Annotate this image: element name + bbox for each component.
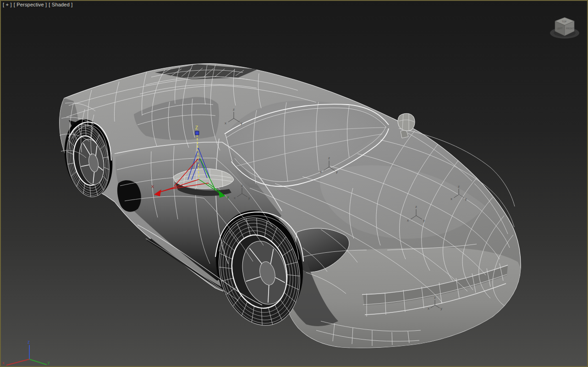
view-cube-right-label: FRONT: [566, 27, 574, 30]
svg-text:z: z: [415, 205, 417, 209]
world-axis-z-label: z: [27, 339, 30, 345]
view-cube-left-label: LEFT: [557, 27, 562, 30]
svg-text:x: x: [225, 121, 226, 125]
svg-text:x: x: [234, 196, 236, 200]
world-axis-y-label: y: [48, 360, 50, 365]
svg-text:x: x: [407, 218, 409, 222]
svg-text:z: z: [241, 184, 243, 188]
viewport-shading-menu[interactable]: [ Shaded ]: [49, 2, 72, 7]
svg-text:y: y: [336, 170, 338, 174]
viewport[interactable]: [ + ] [ Perspective ] [ Shaded ]: [0, 0, 588, 367]
viewport-general-menu[interactable]: [ + ]: [3, 2, 12, 7]
svg-text:y: y: [248, 196, 250, 200]
svg-text:z: z: [458, 184, 460, 189]
svg-text:y: y: [465, 197, 467, 201]
gizmo-x-label: X: [151, 184, 154, 189]
gizmo-z-label: Z: [195, 125, 198, 130]
viewport-label: [ + ] [ Perspective ] [ Shaded ]: [3, 2, 73, 7]
svg-text:z: z: [434, 295, 436, 300]
car-model[interactable]: [59, 64, 521, 348]
gizmo-y-label: Y: [226, 195, 229, 200]
svg-text:y: y: [423, 218, 425, 222]
svg-text:y: y: [440, 306, 442, 311]
svg-text:z: z: [328, 156, 330, 160]
svg-text:y: y: [241, 121, 242, 125]
view-cube[interactable]: TOP LEFT FRONT: [550, 17, 579, 39]
svg-text:x: x: [451, 197, 452, 201]
svg-text:x: x: [320, 170, 322, 174]
viewport-canvas[interactable]: zxy zxy zxy zxy zxy zxy Z X Y: [0, 0, 588, 367]
svg-text:x: x: [428, 306, 429, 311]
viewport-pov-menu[interactable]: [ Perspective ]: [14, 2, 47, 7]
world-axis-gizmo: z x y: [2, 339, 50, 365]
gizmo-z-handle: [195, 131, 199, 135]
world-axis-x-label: x: [2, 361, 5, 365]
svg-text:z: z: [233, 107, 235, 111]
view-cube-top-label: TOP: [562, 20, 567, 23]
